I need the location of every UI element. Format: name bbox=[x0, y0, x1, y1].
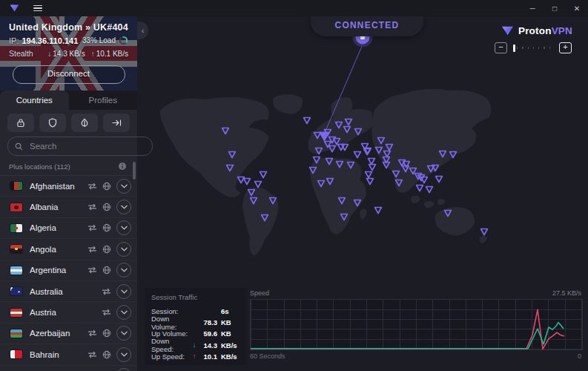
traffic-value: 59.6 bbox=[198, 329, 217, 338]
ip-address: 194.36.110.141 bbox=[22, 36, 78, 45]
expand-country-button[interactable] bbox=[116, 305, 131, 320]
expand-country-button[interactable] bbox=[116, 242, 131, 257]
country-name: Argentina bbox=[30, 266, 87, 275]
minimize-button[interactable]: ─ bbox=[521, 0, 544, 16]
country-row[interactable]: Austria bbox=[0, 302, 137, 323]
country-name: Australia bbox=[30, 287, 102, 296]
hamburger-menu-icon[interactable] bbox=[31, 3, 44, 14]
zoom-slider[interactable] bbox=[512, 44, 555, 53]
traffic-unit: KB/s bbox=[221, 352, 240, 361]
secure-core-button[interactable] bbox=[7, 114, 34, 132]
maximize-button[interactable]: □ bbox=[544, 0, 566, 16]
protonvpn-brand: ProtonVPN bbox=[501, 25, 572, 36]
map-pin[interactable] bbox=[354, 152, 361, 158]
download-arrow-icon: ↓ bbox=[47, 50, 51, 58]
traffic-arrow-icon: ↓ bbox=[191, 341, 198, 349]
expand-country-button[interactable] bbox=[116, 179, 131, 194]
map-pin[interactable] bbox=[342, 145, 348, 151]
map-pin[interactable] bbox=[369, 159, 375, 165]
map-pin[interactable] bbox=[260, 172, 267, 178]
map-pin[interactable] bbox=[304, 118, 311, 124]
search-box[interactable] bbox=[7, 137, 153, 156]
sidebar-tabs: CountriesProfiles bbox=[0, 91, 137, 110]
close-button[interactable]: ✕ bbox=[566, 0, 588, 16]
globe-icon bbox=[102, 223, 111, 232]
country-flag-icon bbox=[10, 287, 22, 295]
map-pin[interactable] bbox=[244, 179, 251, 185]
expand-country-button[interactable] bbox=[116, 347, 131, 362]
sidebar-scrollbar[interactable] bbox=[133, 162, 136, 180]
protonvpn-window: ─ □ ✕ United Kingdom » UK#404 IP: 194.36… bbox=[0, 0, 588, 371]
traffic-unit: KB bbox=[221, 318, 240, 326]
chevron-down-icon bbox=[121, 205, 128, 209]
map-pin[interactable] bbox=[436, 177, 443, 183]
country-row[interactable]: Angola bbox=[0, 239, 137, 260]
traffic-unit: KB/s bbox=[221, 341, 240, 349]
expand-country-button[interactable] bbox=[116, 220, 131, 235]
info-icon[interactable] bbox=[118, 162, 127, 171]
country-row[interactable]: Argentina bbox=[0, 260, 137, 281]
map-pin[interactable] bbox=[366, 172, 372, 178]
country-row[interactable]: Bahrain bbox=[0, 344, 137, 365]
country-name: Angola bbox=[30, 245, 87, 254]
search-input[interactable] bbox=[28, 141, 145, 151]
tor-button[interactable] bbox=[71, 114, 98, 132]
smart-routing-icon bbox=[87, 351, 97, 358]
expand-country-button[interactable] bbox=[116, 263, 131, 278]
expand-country-button[interactable] bbox=[116, 284, 131, 299]
chevron-down-icon bbox=[121, 352, 128, 357]
smart-routing-icon bbox=[87, 224, 97, 232]
zoom-slider-handle[interactable] bbox=[513, 45, 515, 52]
upload-speed: 10.1 KB/s bbox=[96, 50, 128, 58]
country-name: Austria bbox=[30, 308, 102, 317]
tab-profiles[interactable]: Profiles bbox=[69, 91, 138, 110]
globe-icon bbox=[102, 182, 111, 191]
tab-countries[interactable]: Countries bbox=[0, 91, 69, 110]
traffic-value: 14.3 bbox=[198, 341, 217, 349]
traffic-arrow-icon: ↑ bbox=[191, 352, 198, 360]
map-pin[interactable] bbox=[255, 182, 262, 188]
smart-routing-icon bbox=[102, 309, 111, 316]
filter-bar bbox=[0, 110, 137, 135]
map-pin[interactable] bbox=[369, 165, 376, 171]
map-pin[interactable] bbox=[421, 177, 428, 183]
brand-proton: Proton bbox=[518, 25, 552, 36]
map-pin[interactable] bbox=[238, 177, 245, 183]
traffic-label: Down Volume: bbox=[151, 315, 191, 331]
country-flag-icon bbox=[10, 329, 22, 338]
upload-arrow-icon: ↑ bbox=[91, 50, 95, 58]
map-pin[interactable] bbox=[481, 229, 488, 235]
expand-country-button[interactable] bbox=[116, 368, 131, 371]
traffic-label: Down Speed: bbox=[151, 337, 191, 353]
zoom-out-button[interactable]: − bbox=[495, 42, 507, 53]
p2p-button[interactable] bbox=[103, 114, 130, 132]
expand-country-button[interactable] bbox=[116, 326, 131, 341]
country-row[interactable]: Albania bbox=[0, 197, 137, 217]
country-name: Azerbaijan bbox=[30, 329, 87, 338]
map-pin[interactable] bbox=[426, 187, 433, 193]
graph-x-end: 0 bbox=[578, 352, 581, 360]
ip-label: IP: bbox=[9, 36, 19, 45]
country-row[interactable]: Azerbaijan bbox=[0, 324, 137, 344]
chevron-down-icon bbox=[121, 289, 128, 294]
traffic-value: 78.3 bbox=[198, 318, 217, 326]
country-row[interactable]: Bangladesh bbox=[0, 366, 137, 371]
brand-vpn: VPN bbox=[552, 25, 572, 36]
expand-country-button[interactable] bbox=[116, 200, 131, 214]
country-row[interactable]: Afghanistan bbox=[0, 176, 137, 197]
globe-icon bbox=[102, 266, 111, 275]
country-flag-icon bbox=[10, 182, 22, 190]
country-flag-icon bbox=[10, 266, 22, 275]
netshield-button[interactable] bbox=[39, 114, 66, 132]
country-row[interactable]: Australia bbox=[0, 281, 137, 302]
country-flag-icon bbox=[10, 203, 22, 211]
map-pin[interactable] bbox=[417, 186, 423, 191]
country-row[interactable]: Algeria bbox=[0, 218, 137, 239]
map-pin[interactable] bbox=[367, 179, 374, 185]
disconnect-button[interactable]: Disconnect bbox=[13, 65, 125, 84]
zoom-in-button[interactable]: + bbox=[559, 42, 572, 53]
chevron-down-icon bbox=[121, 268, 128, 272]
map-pin[interactable] bbox=[375, 208, 382, 214]
session-traffic-title: Session Traffic bbox=[151, 293, 240, 301]
load-ring-icon bbox=[119, 36, 128, 45]
